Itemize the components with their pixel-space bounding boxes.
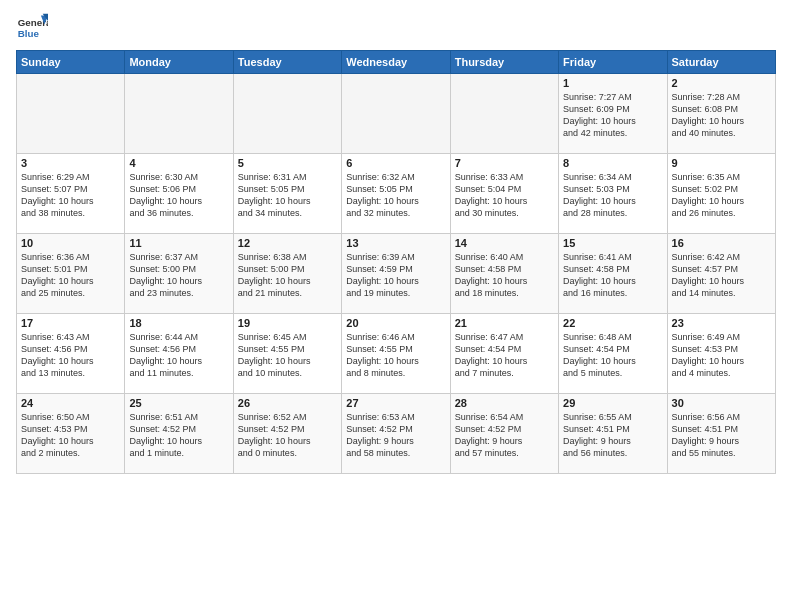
day-number: 27 [346, 397, 445, 409]
day-number: 4 [129, 157, 228, 169]
day-content: Sunrise: 6:54 AM Sunset: 4:52 PM Dayligh… [455, 411, 554, 460]
day-content: Sunrise: 6:31 AM Sunset: 5:05 PM Dayligh… [238, 171, 337, 220]
weekday-header-thursday: Thursday [450, 51, 558, 74]
calendar-week-row: 1Sunrise: 7:27 AM Sunset: 6:09 PM Daylig… [17, 74, 776, 154]
day-number: 28 [455, 397, 554, 409]
calendar-cell: 24Sunrise: 6:50 AM Sunset: 4:53 PM Dayli… [17, 394, 125, 474]
calendar-cell: 2Sunrise: 7:28 AM Sunset: 6:08 PM Daylig… [667, 74, 775, 154]
calendar-cell: 22Sunrise: 6:48 AM Sunset: 4:54 PM Dayli… [559, 314, 667, 394]
day-number: 10 [21, 237, 120, 249]
calendar-cell: 8Sunrise: 6:34 AM Sunset: 5:03 PM Daylig… [559, 154, 667, 234]
calendar-cell: 5Sunrise: 6:31 AM Sunset: 5:05 PM Daylig… [233, 154, 341, 234]
day-number: 9 [672, 157, 771, 169]
day-content: Sunrise: 6:36 AM Sunset: 5:01 PM Dayligh… [21, 251, 120, 300]
calendar-week-row: 10Sunrise: 6:36 AM Sunset: 5:01 PM Dayli… [17, 234, 776, 314]
calendar-cell: 14Sunrise: 6:40 AM Sunset: 4:58 PM Dayli… [450, 234, 558, 314]
calendar-cell [17, 74, 125, 154]
day-number: 11 [129, 237, 228, 249]
calendar-cell [450, 74, 558, 154]
day-number: 21 [455, 317, 554, 329]
calendar-cell: 23Sunrise: 6:49 AM Sunset: 4:53 PM Dayli… [667, 314, 775, 394]
day-content: Sunrise: 6:45 AM Sunset: 4:55 PM Dayligh… [238, 331, 337, 380]
day-number: 3 [21, 157, 120, 169]
calendar-cell: 3Sunrise: 6:29 AM Sunset: 5:07 PM Daylig… [17, 154, 125, 234]
day-content: Sunrise: 6:50 AM Sunset: 4:53 PM Dayligh… [21, 411, 120, 460]
day-number: 1 [563, 77, 662, 89]
day-content: Sunrise: 6:40 AM Sunset: 4:58 PM Dayligh… [455, 251, 554, 300]
day-content: Sunrise: 6:42 AM Sunset: 4:57 PM Dayligh… [672, 251, 771, 300]
weekday-header-tuesday: Tuesday [233, 51, 341, 74]
day-number: 12 [238, 237, 337, 249]
day-content: Sunrise: 6:29 AM Sunset: 5:07 PM Dayligh… [21, 171, 120, 220]
calendar-cell: 15Sunrise: 6:41 AM Sunset: 4:58 PM Dayli… [559, 234, 667, 314]
weekday-header-row: SundayMondayTuesdayWednesdayThursdayFrid… [17, 51, 776, 74]
day-number: 29 [563, 397, 662, 409]
calendar-cell: 29Sunrise: 6:55 AM Sunset: 4:51 PM Dayli… [559, 394, 667, 474]
calendar-cell: 13Sunrise: 6:39 AM Sunset: 4:59 PM Dayli… [342, 234, 450, 314]
svg-text:Blue: Blue [18, 28, 40, 39]
day-content: Sunrise: 6:56 AM Sunset: 4:51 PM Dayligh… [672, 411, 771, 460]
day-content: Sunrise: 6:47 AM Sunset: 4:54 PM Dayligh… [455, 331, 554, 380]
day-number: 15 [563, 237, 662, 249]
day-content: Sunrise: 6:41 AM Sunset: 4:58 PM Dayligh… [563, 251, 662, 300]
calendar-cell: 18Sunrise: 6:44 AM Sunset: 4:56 PM Dayli… [125, 314, 233, 394]
day-number: 13 [346, 237, 445, 249]
day-number: 25 [129, 397, 228, 409]
day-number: 26 [238, 397, 337, 409]
calendar-cell: 20Sunrise: 6:46 AM Sunset: 4:55 PM Dayli… [342, 314, 450, 394]
calendar-week-row: 24Sunrise: 6:50 AM Sunset: 4:53 PM Dayli… [17, 394, 776, 474]
day-content: Sunrise: 6:51 AM Sunset: 4:52 PM Dayligh… [129, 411, 228, 460]
day-content: Sunrise: 6:44 AM Sunset: 4:56 PM Dayligh… [129, 331, 228, 380]
day-number: 5 [238, 157, 337, 169]
calendar-cell: 25Sunrise: 6:51 AM Sunset: 4:52 PM Dayli… [125, 394, 233, 474]
calendar-cell [342, 74, 450, 154]
day-number: 6 [346, 157, 445, 169]
logo: General Blue [16, 12, 48, 44]
day-number: 20 [346, 317, 445, 329]
calendar-week-row: 17Sunrise: 6:43 AM Sunset: 4:56 PM Dayli… [17, 314, 776, 394]
calendar-cell: 28Sunrise: 6:54 AM Sunset: 4:52 PM Dayli… [450, 394, 558, 474]
day-content: Sunrise: 6:48 AM Sunset: 4:54 PM Dayligh… [563, 331, 662, 380]
day-content: Sunrise: 7:27 AM Sunset: 6:09 PM Dayligh… [563, 91, 662, 140]
weekday-header-sunday: Sunday [17, 51, 125, 74]
day-content: Sunrise: 6:39 AM Sunset: 4:59 PM Dayligh… [346, 251, 445, 300]
day-content: Sunrise: 6:49 AM Sunset: 4:53 PM Dayligh… [672, 331, 771, 380]
day-content: Sunrise: 6:52 AM Sunset: 4:52 PM Dayligh… [238, 411, 337, 460]
day-number: 18 [129, 317, 228, 329]
page-header: General Blue [16, 12, 776, 44]
day-number: 23 [672, 317, 771, 329]
day-content: Sunrise: 6:30 AM Sunset: 5:06 PM Dayligh… [129, 171, 228, 220]
calendar-cell [125, 74, 233, 154]
day-content: Sunrise: 6:38 AM Sunset: 5:00 PM Dayligh… [238, 251, 337, 300]
calendar-cell: 1Sunrise: 7:27 AM Sunset: 6:09 PM Daylig… [559, 74, 667, 154]
weekday-header-friday: Friday [559, 51, 667, 74]
calendar-cell: 19Sunrise: 6:45 AM Sunset: 4:55 PM Dayli… [233, 314, 341, 394]
day-content: Sunrise: 6:55 AM Sunset: 4:51 PM Dayligh… [563, 411, 662, 460]
calendar-cell: 26Sunrise: 6:52 AM Sunset: 4:52 PM Dayli… [233, 394, 341, 474]
day-number: 24 [21, 397, 120, 409]
day-number: 17 [21, 317, 120, 329]
calendar-cell: 9Sunrise: 6:35 AM Sunset: 5:02 PM Daylig… [667, 154, 775, 234]
calendar-cell: 7Sunrise: 6:33 AM Sunset: 5:04 PM Daylig… [450, 154, 558, 234]
day-number: 30 [672, 397, 771, 409]
logo-icon: General Blue [16, 12, 48, 44]
calendar-cell: 4Sunrise: 6:30 AM Sunset: 5:06 PM Daylig… [125, 154, 233, 234]
calendar-cell: 6Sunrise: 6:32 AM Sunset: 5:05 PM Daylig… [342, 154, 450, 234]
calendar-week-row: 3Sunrise: 6:29 AM Sunset: 5:07 PM Daylig… [17, 154, 776, 234]
calendar-cell: 27Sunrise: 6:53 AM Sunset: 4:52 PM Dayli… [342, 394, 450, 474]
calendar-cell: 16Sunrise: 6:42 AM Sunset: 4:57 PM Dayli… [667, 234, 775, 314]
calendar-cell: 30Sunrise: 6:56 AM Sunset: 4:51 PM Dayli… [667, 394, 775, 474]
calendar-cell: 10Sunrise: 6:36 AM Sunset: 5:01 PM Dayli… [17, 234, 125, 314]
day-content: Sunrise: 6:32 AM Sunset: 5:05 PM Dayligh… [346, 171, 445, 220]
day-number: 16 [672, 237, 771, 249]
day-content: Sunrise: 6:35 AM Sunset: 5:02 PM Dayligh… [672, 171, 771, 220]
day-number: 7 [455, 157, 554, 169]
day-content: Sunrise: 6:43 AM Sunset: 4:56 PM Dayligh… [21, 331, 120, 380]
day-content: Sunrise: 7:28 AM Sunset: 6:08 PM Dayligh… [672, 91, 771, 140]
day-number: 22 [563, 317, 662, 329]
day-number: 2 [672, 77, 771, 89]
weekday-header-monday: Monday [125, 51, 233, 74]
weekday-header-saturday: Saturday [667, 51, 775, 74]
weekday-header-wednesday: Wednesday [342, 51, 450, 74]
calendar-cell: 12Sunrise: 6:38 AM Sunset: 5:00 PM Dayli… [233, 234, 341, 314]
